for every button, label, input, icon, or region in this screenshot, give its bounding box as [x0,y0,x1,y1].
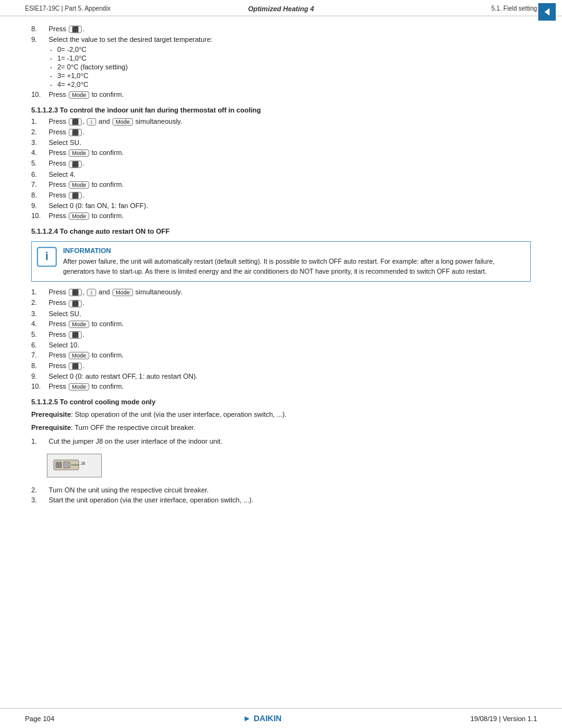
step-number: 10. [31,91,49,98]
step-text: Press Mode to confirm. [49,91,531,99]
btn-icon: ⬛ [69,192,82,199]
btn-mode: Mode [112,118,133,126]
mode-button: Mode [69,91,89,99]
step-number: 8. [31,25,49,32]
s3-step-1: 1. Cut the jumper J8 on the user interfa… [31,437,531,445]
prereq-text-1: : Stop operation of the unit (via the us… [71,411,287,418]
header-center: Optimized Heating 4 [248,5,314,12]
list-item: -3= +1,0°C [50,72,531,79]
s2-step-1: 1. Press ⬛, ↕ and Mode simultaneously. [31,288,531,296]
s3-step-3: 3. Start the unit operation (via the use… [31,496,531,504]
s2-step-8: 8. Press ⬛. [31,362,531,370]
btn-icon: ⬛ [69,289,82,296]
s2-step-6: 6. Select 10. [31,341,531,349]
s3-step-2: 2. Turn ON the unit using the respective… [31,486,531,494]
btn-mode: Mode [69,352,89,359]
btn-mode: Mode [69,383,89,391]
btn-icon: ⬛ [69,331,82,339]
press-label: Press [49,91,66,98]
page-header: ESIE17-19C | Part 5. Appendix Optimized … [0,0,562,16]
btn-icon: ⬛ [69,300,82,307]
info-title: INFORMATION [63,247,525,254]
s2-step-2: 2. Press ⬛. [31,299,531,307]
step-number: 9. [31,36,49,43]
section-heading-2: 5.1.1.2.4 To change auto restart ON to O… [31,227,531,235]
page-footer: Page 104 ► DAIKIN 19/08/19 | Version 1.1 [0,708,562,728]
btn-icon2: ↕ [87,289,96,296]
press-label: Press [49,25,66,32]
header-right: 5.1. Field setting [491,5,537,12]
s2-step-10: 10. Press Mode to confirm. [31,382,531,391]
step-8: 8. Press ⬛. [31,25,531,33]
page-container: ESIE17-19C | Part 5. Appendix Optimized … [0,0,562,728]
page-content: 8. Press ⬛. 9. Select the value to set t… [0,16,562,519]
daikin-chevron-icon: ► [243,714,251,723]
btn-icon2: ↕ [87,118,96,126]
prereq-label-1: Prerequisite [31,411,71,418]
info-box: i INFORMATION After power failure, the u… [31,241,531,282]
btn-icon: ⬛ [69,161,82,168]
section-heading-3: 5.1.1.2.5 To control cooling mode only [31,398,531,406]
version-info: 19/08/19 | Version 1.1 [470,715,537,722]
svg-text:J8: J8 [81,461,86,466]
s2-step-9: 9. Select 0 (0: auto restart OFF, 1: aut… [31,372,531,380]
info-content: INFORMATION After power failure, the uni… [63,247,525,277]
s1-step-5: 5. Press ⬛. [31,159,531,167]
s1-step-1: 1. Press ⬛, ↕ and Mode simultaneously. [31,117,531,126]
btn-icon: ⬛ [69,129,82,136]
info-icon: i [37,247,57,267]
btn-icon: ⬛ [69,362,82,370]
nav-back-button[interactable] [538,3,556,21]
btn-mode: Mode [112,289,133,296]
button-icon: ⬛ [69,26,82,33]
btn-icon: ⬛ [69,118,82,126]
jumper-image-container: J8 [47,450,531,481]
step-text: Select the value to set the desired targ… [49,36,531,43]
prerequisite-2: Prerequisite: Turn OFF the respective ci… [31,422,531,433]
list-item: -0= -2,0°C [50,46,531,53]
s1-step-9: 9. Select 0 (0: fan ON, 1: fan OFF). [31,202,531,209]
list-item: -4= +2,0°C [50,81,531,88]
svg-rect-3 [64,462,70,468]
header-left: ESIE17-19C | Part 5. Appendix [25,5,111,12]
s2-step-4: 4. Press Mode to confirm. [31,320,531,328]
step-10: 10. Press Mode to confirm. [31,91,531,99]
svg-rect-2 [56,462,62,468]
sub-list: -0= -2,0°C -1= -1,0°C -2= 0°C (factory s… [50,46,531,88]
daikin-logo-container: ► DAIKIN [243,714,282,723]
s1-step-8: 8. Press ⬛. [31,191,531,199]
confirm-label: to confirm. [92,91,124,98]
s1-step-7: 7. Press Mode to confirm. [31,181,531,189]
svg-marker-0 [545,8,550,16]
list-item: -1= -1,0°C [50,54,531,62]
s2-step-5: 5. Press ⬛. [31,331,531,339]
step-text: Press ⬛. [49,25,531,33]
step-9: 9. Select the value to set the desired t… [31,36,531,43]
jumper-image: J8 [47,454,102,477]
list-item: -2= 0°C (factory setting) [50,63,531,71]
s1-step-10: 10. Press Mode to confirm. [31,212,531,220]
daikin-brand: DAIKIN [254,714,282,723]
btn-mode: Mode [69,181,89,189]
s1-step-3: 3. Select SU. [31,139,531,146]
s2-step-3: 3. Select SU. [31,310,531,317]
prereq-label-2: Prerequisite [31,424,71,431]
btn-mode: Mode [69,212,89,220]
prereq-text-2: : Turn OFF the respective circuit breake… [71,424,195,431]
btn-mode: Mode [69,149,89,157]
prerequisite-1: Prerequisite: Stop operation of the unit… [31,409,531,420]
section-heading-1: 5.1.1.2.3 To control the indoor unit fan… [31,106,531,114]
s2-step-7: 7. Press Mode to confirm. [31,351,531,359]
s1-step-4: 4. Press Mode to confirm. [31,149,531,157]
page-number: Page 104 [25,715,54,722]
s1-step-6: 6. Select 4. [31,171,531,178]
btn-mode: Mode [69,321,89,328]
info-text: After power failure, the unit will autom… [63,257,525,277]
s1-step-2: 2. Press ⬛. [31,128,531,136]
